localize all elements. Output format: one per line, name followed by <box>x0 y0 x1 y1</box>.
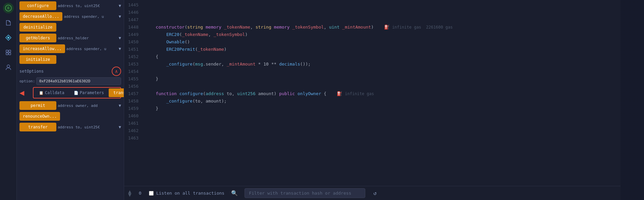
getholders-params: address_holder <box>58 36 117 40</box>
svg-rect-3 <box>6 50 8 52</box>
function-row-transfer: transfer address to, uint25€ ▼ <box>19 123 121 131</box>
function-row-renounce: renounceOwn... <box>19 112 121 121</box>
code-line-1451: ERC20Permit(_tokenName) <box>145 46 621 53</box>
files-icon[interactable] <box>3 17 14 28</box>
calldata-label: Calldata <box>45 90 64 95</box>
configure-params: address to, uint25€ <box>58 4 117 8</box>
code-line-1459: } <box>145 105 621 112</box>
decreaseallo-chevron[interactable]: ▼ <box>119 14 121 19</box>
permit-chevron[interactable]: ▼ <box>119 103 121 108</box>
parameters-button[interactable]: 📄 Parameters <box>69 88 109 97</box>
getholders-chevron[interactable]: ▼ <box>119 36 121 40</box>
transact-button[interactable]: transact <box>109 88 124 97</box>
code-lines: constructor(string memory _tokenName, st… <box>143 0 621 186</box>
listen-label: Listen on all transactions <box>156 191 225 196</box>
function-row-decrease: decreaseAllo... address spender, u ▼ <box>19 12 121 21</box>
function-row-configure: configure address to, uint25€ ▼ <box>19 1 121 10</box>
transact-label: transact <box>113 90 124 95</box>
function-row-init: initialize <box>19 55 121 64</box>
parameters-label: Parameters <box>80 90 104 95</box>
decreaseallo-button[interactable]: decreaseAllo... <box>19 12 62 21</box>
svg-point-7 <box>7 65 10 68</box>
permit-params: address owner, add <box>58 104 117 108</box>
plugin-icon[interactable] <box>3 47 14 58</box>
svg-text:R: R <box>7 6 9 10</box>
getholders-button[interactable]: getHolders <box>19 34 56 42</box>
code-content: 1445 1446 1447 1448 1449 1450 1451 1452 … <box>124 0 621 186</box>
line-numbers: 1445 1446 1447 1448 1449 1450 1451 1452 … <box>124 0 143 186</box>
transaction-count: 0 <box>137 191 144 196</box>
code-line-1463 <box>145 134 621 142</box>
remix-logo-icon[interactable]: R <box>3 3 14 13</box>
transfer-params: address to, uint25€ <box>58 125 117 129</box>
configure-chevron[interactable]: ▼ <box>119 3 121 8</box>
code-line-1462 <box>145 127 621 134</box>
code-line-1461 <box>145 120 621 127</box>
code-line-1460 <box>145 112 621 120</box>
deinitialize-button[interactable]: deinitialize <box>19 23 56 32</box>
scroll-arrows[interactable]: ▲ ▼ <box>128 190 131 197</box>
initialize-button[interactable]: initialize <box>19 55 56 64</box>
sidebar-icons: R <box>0 0 17 200</box>
left-arrow-annotation: ◀ <box>19 88 24 97</box>
permit-button[interactable]: permit <box>19 101 56 110</box>
code-line-1458: _configure(to, amount); <box>145 97 621 105</box>
code-line-1450: Ownable() <box>145 38 621 46</box>
setoptions-label: setOptions <box>19 69 44 74</box>
code-line-1457: function configure(address to, uint256 a… <box>145 90 621 97</box>
code-line-1449: ERC20(_tokenName, _tokenSymbol) <box>145 31 621 38</box>
setoptions-section: setOptions ∧ <box>19 67 121 76</box>
function-panel: configure address to, uint25€ ▼ decrease… <box>17 0 124 200</box>
code-line-1455: } <box>145 75 621 83</box>
renounce-button[interactable]: renounceOwn... <box>19 112 60 121</box>
function-row-increase: increaseAllow... address spender, u ▼ <box>19 44 121 53</box>
filter-search-icon[interactable]: 🔍 <box>230 189 239 198</box>
code-editor: 1445 1446 1447 1448 1449 1450 1451 1452 … <box>124 0 621 200</box>
code-line-1445 <box>145 1 621 9</box>
function-row-permit: permit address owner, add ▼ <box>19 101 121 110</box>
transfer-button[interactable]: transfer <box>19 123 56 131</box>
minimap <box>621 0 644 200</box>
option-input[interactable] <box>36 77 121 85</box>
increaseallow-chevron[interactable]: ▼ <box>119 46 121 51</box>
deploy-icon[interactable] <box>3 32 14 43</box>
increaseallow-button[interactable]: increaseAllow... <box>19 44 65 53</box>
user-icon[interactable] <box>3 62 14 73</box>
svg-point-2 <box>7 37 9 39</box>
option-label: option: <box>19 79 36 83</box>
reload-icon[interactable]: ↺ <box>373 190 377 196</box>
function-row-deinit: deinitialize <box>19 23 121 32</box>
calldata-icon: 📋 <box>39 91 44 95</box>
status-bar: ▲ ▼ 0 Listen on all transactions 🔍 ↺ <box>124 186 621 200</box>
filter-input[interactable] <box>245 188 365 198</box>
setoptions-chevron[interactable]: ∧ <box>112 67 121 76</box>
listen-checkbox-input[interactable] <box>149 191 154 196</box>
svg-rect-5 <box>6 53 8 55</box>
calldata-button[interactable]: 📋 Calldata <box>34 88 69 97</box>
code-line-1447 <box>145 16 621 24</box>
listen-checkbox-row[interactable]: Listen on all transactions <box>149 191 225 196</box>
transfer-chevron[interactable]: ▼ <box>119 125 121 129</box>
code-line-1448: constructor(string memory _tokenName, st… <box>145 24 621 31</box>
code-line-1452: { <box>145 53 621 61</box>
configure-button[interactable]: configure <box>19 1 56 10</box>
code-line-1453: _configure(msg.sender, _mintAmount * 10 … <box>145 61 621 68</box>
minimap-content <box>621 0 644 200</box>
parameters-icon: 📄 <box>74 91 78 95</box>
code-line-1454 <box>145 68 621 75</box>
decreaseallo-params: address spender, u <box>64 14 117 19</box>
function-row-getholders: getHolders address_holder ▼ <box>19 34 121 42</box>
code-line-1456 <box>145 83 621 90</box>
code-line-1446 <box>145 9 621 16</box>
action-buttons-row: 📋 Calldata 📄 Parameters transact <box>33 87 121 98</box>
svg-rect-6 <box>9 53 11 55</box>
increaseallow-params: address spender, u <box>66 47 117 51</box>
svg-rect-4 <box>9 50 11 52</box>
option-input-row: option: <box>19 77 121 85</box>
